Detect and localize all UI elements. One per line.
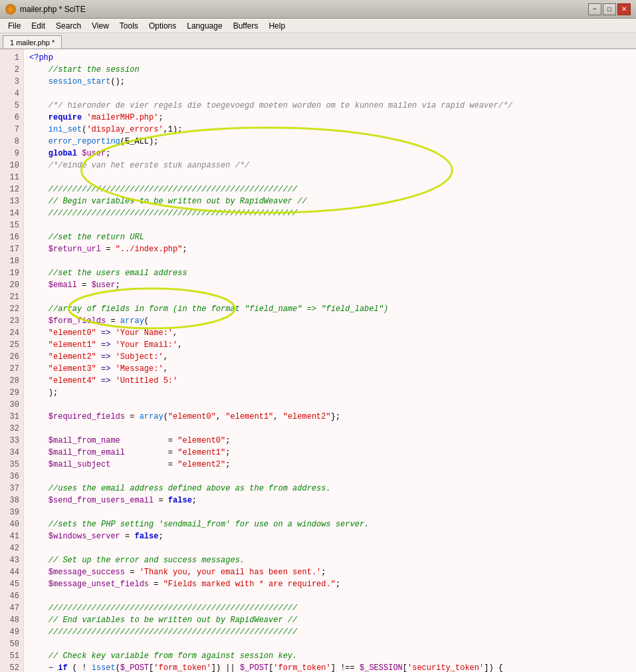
line-number-7: 7 <box>0 124 23 136</box>
code-line-14: ////////////////////////////////////////… <box>24 207 636 219</box>
code-line-31: $required_fields = array("element0", "el… <box>24 411 636 423</box>
menu-tools[interactable]: Tools <box>114 20 144 32</box>
code-line-3: session_start(); <box>24 76 636 88</box>
line-number-13: 13 <box>0 195 23 207</box>
line-number-8: 8 <box>0 136 23 148</box>
line-number-5: 5 <box>0 100 23 112</box>
code-line-1: <?php <box>24 52 636 64</box>
code-line-30 <box>24 399 636 411</box>
line-number-1: 1 <box>0 52 23 64</box>
line-number-49: 49 <box>0 626 23 638</box>
line-numbers: 1234567891011121314151617181920212223242… <box>0 49 24 672</box>
code-line-27: "element3" => 'Message:', <box>24 363 636 375</box>
line-number-26: 26 <box>0 351 23 363</box>
line-number-12: 12 <box>0 183 23 195</box>
line-number-39: 39 <box>0 506 23 518</box>
title-bar-controls: − □ ✕ <box>588 3 631 15</box>
menu-file[interactable]: File <box>3 20 26 32</box>
line-number-3: 3 <box>0 76 23 88</box>
code-line-2: //start the session <box>24 64 636 76</box>
line-number-10: 10 <box>0 160 23 171</box>
code-line-15 <box>24 219 636 231</box>
menu-edit[interactable]: Edit <box>26 20 51 32</box>
code-line-44: $message_success = 'Thank you, your emai… <box>24 566 636 578</box>
code-line-18 <box>24 255 636 267</box>
code-line-4 <box>24 88 636 100</box>
line-number-30: 30 <box>0 399 23 411</box>
line-number-18: 18 <box>0 255 23 267</box>
code-line-29: ); <box>24 387 636 399</box>
code-line-6: require 'mailerMHP.php'; <box>24 112 636 124</box>
code-line-13: // Begin variables to be written out by … <box>24 195 636 207</box>
line-number-6: 6 <box>0 112 23 124</box>
code-line-25: "element1" => 'Your Email:', <box>24 339 636 351</box>
line-number-31: 31 <box>0 411 23 423</box>
code-line-19: //set the users email address <box>24 267 636 279</box>
line-number-50: 50 <box>0 638 23 650</box>
line-number-34: 34 <box>0 447 23 459</box>
code-line-42 <box>24 542 636 554</box>
line-number-42: 42 <box>0 542 23 554</box>
code-line-12: ////////////////////////////////////////… <box>24 183 636 195</box>
code-line-8: error_reporting(E_ALL); <box>24 136 636 148</box>
code-line-35: $mail_subject = "element2"; <box>24 459 636 471</box>
maximize-button[interactable]: □ <box>603 3 616 15</box>
code-line-36 <box>24 471 636 483</box>
line-number-20: 20 <box>0 279 23 291</box>
line-number-14: 14 <box>0 207 23 219</box>
code-line-7: ini_set('display_errors',1); <box>24 124 636 136</box>
code-line-49: ////////////////////////////////////////… <box>24 626 636 638</box>
line-number-48: 48 <box>0 614 23 626</box>
line-number-28: 28 <box>0 375 23 387</box>
tab-mailer[interactable]: 1 mailer.php * <box>3 35 62 49</box>
window-title: mailer.php * SciTE <box>20 5 86 14</box>
tab-bar: 1 mailer.php * <box>0 33 636 49</box>
code-line-40: //sets the PHP setting 'sendmail_from' f… <box>24 518 636 530</box>
code-line-38: $send_from_users_email = false; <box>24 495 636 506</box>
code-line-22: //array of fields in form (in the format… <box>24 303 636 315</box>
code-line-48: // End variables to be written out by Ra… <box>24 614 636 626</box>
code-line-51: // Check key variable from form against … <box>24 650 636 662</box>
line-number-44: 44 <box>0 566 23 578</box>
code-line-34: $mail_from_email = "element1"; <box>24 447 636 459</box>
line-number-36: 36 <box>0 471 23 483</box>
line-number-41: 41 <box>0 530 23 542</box>
code-line-17: $return_url = "../index.php"; <box>24 243 636 255</box>
code-area[interactable]: <?php //start the session session_start(… <box>24 49 636 672</box>
scite-icon <box>5 4 16 15</box>
line-number-16: 16 <box>0 231 23 243</box>
line-number-46: 46 <box>0 590 23 602</box>
code-line-11 <box>24 171 636 183</box>
code-line-45: $message_unset_fields = "Fields marked w… <box>24 578 636 590</box>
menu-bar: File Edit Search View Tools Options Lang… <box>0 19 636 33</box>
line-number-33: 33 <box>0 435 23 447</box>
line-number-52: 52 <box>0 662 23 672</box>
line-number-47: 47 <box>0 602 23 614</box>
menu-view[interactable]: View <box>86 20 114 32</box>
menu-help[interactable]: Help <box>263 20 290 32</box>
line-number-43: 43 <box>0 554 23 566</box>
line-number-38: 38 <box>0 495 23 506</box>
menu-language[interactable]: Language <box>181 20 227 32</box>
code-line-33: $mail_from_name = "element0"; <box>24 435 636 447</box>
line-number-32: 32 <box>0 423 23 435</box>
line-number-51: 51 <box>0 650 23 662</box>
menu-search[interactable]: Search <box>51 20 86 32</box>
code-line-20: $email = $user; <box>24 279 636 291</box>
code-line-43: // Set up the error and success messages… <box>24 554 636 566</box>
minimize-button[interactable]: − <box>588 3 601 15</box>
line-number-17: 17 <box>0 243 23 255</box>
close-button[interactable]: ✕ <box>617 3 631 15</box>
line-number-35: 35 <box>0 459 23 471</box>
line-number-4: 4 <box>0 88 23 100</box>
line-number-2: 2 <box>0 64 23 76</box>
editor-container: 1234567891011121314151617181920212223242… <box>0 49 636 672</box>
code-line-10: /*/einde van het eerste stuk aanpassen /… <box>24 160 636 171</box>
code-line-32 <box>24 423 636 435</box>
menu-options[interactable]: Options <box>144 20 181 32</box>
menu-buffers[interactable]: Buffers <box>228 20 264 32</box>
code-line-5: /*/ hieronder de vier regels die toegevo… <box>24 100 636 112</box>
code-line-50 <box>24 638 636 650</box>
line-number-11: 11 <box>0 171 23 183</box>
code-line-23: $form_fields = array( <box>24 315 636 327</box>
